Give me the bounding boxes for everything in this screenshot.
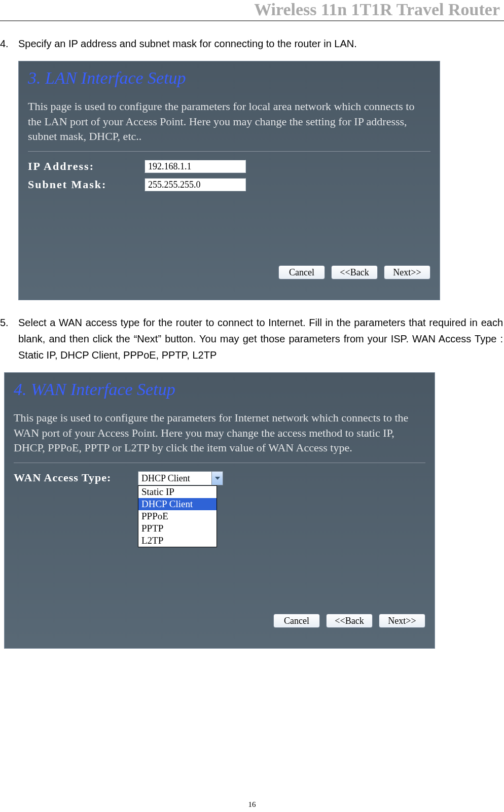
- subnet-mask-input[interactable]: 255.255.255.0: [145, 178, 246, 191]
- back-button-label: <<Back: [340, 267, 369, 278]
- cancel-button-label: Cancel: [289, 267, 314, 278]
- step-4-text: Specify an IP address and subnet mask fo…: [18, 36, 503, 52]
- lan-button-row: Cancel <<Back Next>>: [278, 265, 430, 279]
- cancel-button[interactable]: Cancel: [278, 265, 325, 279]
- ip-address-value: 192.168.1.1: [148, 161, 192, 172]
- back-button[interactable]: <<Back: [326, 614, 373, 628]
- lan-panel-title: 3. LAN Interface Setup: [28, 68, 430, 88]
- page-number: 16: [0, 800, 504, 809]
- ip-address-label: IP Address:: [28, 160, 145, 173]
- next-button[interactable]: Next>>: [379, 614, 425, 628]
- step-4-block: 4. Specify an IP address and subnet mask…: [0, 21, 504, 61]
- ip-address-input[interactable]: 192.168.1.1: [145, 160, 246, 173]
- divider: [28, 151, 430, 152]
- option-pptp[interactable]: PPTP: [138, 522, 217, 535]
- back-button[interactable]: <<Back: [331, 265, 378, 279]
- subnet-mask-label: Subnet Mask:: [28, 178, 145, 191]
- wan-button-row: Cancel <<Back Next>>: [273, 614, 425, 628]
- wan-access-type-label: WAN Access Type:: [14, 471, 138, 484]
- option-dhcp-client[interactable]: DHCP Client: [138, 498, 217, 510]
- wan-panel-description: This page is used to configure the param…: [14, 410, 425, 455]
- step-4-number: 4.: [0, 36, 18, 52]
- step-5-text: Select a WAN access type for the router …: [18, 314, 503, 363]
- lan-panel-description: This page is used to configure the param…: [28, 99, 430, 144]
- next-button-label: Next>>: [393, 267, 421, 278]
- option-static-ip[interactable]: Static IP: [138, 486, 217, 498]
- next-button[interactable]: Next>>: [384, 265, 430, 279]
- option-l2tp[interactable]: L2TP: [138, 535, 217, 547]
- cancel-button-label: Cancel: [284, 616, 309, 626]
- lan-setup-screenshot: 3. LAN Interface Setup This page is used…: [18, 61, 440, 300]
- step-5-block: 5. Select a WAN access type for the rout…: [0, 300, 504, 372]
- wan-access-type-select[interactable]: DHCP Client: [138, 471, 223, 485]
- back-button-label: <<Back: [335, 616, 364, 626]
- wan-access-type-value: DHCP Client: [141, 473, 190, 484]
- document-title: Wireless 11n 1T1R Travel Router: [254, 0, 500, 19]
- option-pppoe[interactable]: PPPoE: [138, 510, 217, 522]
- divider: [14, 463, 425, 463]
- next-button-label: Next>>: [388, 616, 416, 626]
- document-header: Wireless 11n 1T1R Travel Router: [0, 0, 504, 21]
- subnet-mask-value: 255.255.255.0: [148, 180, 201, 190]
- wan-panel-title: 4. WAN Interface Setup: [14, 380, 425, 399]
- cancel-button[interactable]: Cancel: [273, 614, 320, 628]
- chevron-down-icon[interactable]: [211, 472, 223, 485]
- wan-setup-screenshot: 4. WAN Interface Setup This page is used…: [4, 372, 435, 649]
- wan-access-type-dropdown: Static IP DHCP Client PPPoE PPTP L2TP: [138, 485, 217, 547]
- step-5-number: 5.: [0, 314, 18, 363]
